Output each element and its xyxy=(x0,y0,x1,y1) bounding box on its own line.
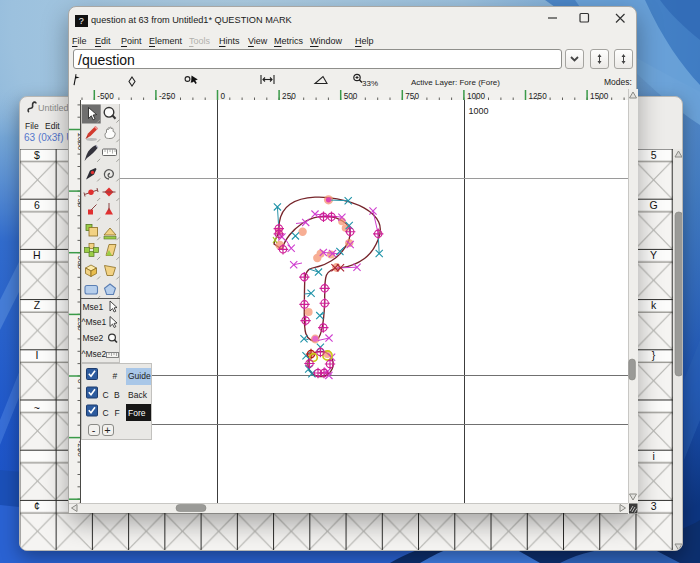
svg-text:$: $ xyxy=(34,149,40,161)
svg-text:I: I xyxy=(35,349,38,361)
svg-text:5: 5 xyxy=(651,149,657,161)
svg-text:6: 6 xyxy=(34,199,40,211)
svg-text:G: G xyxy=(650,199,658,211)
svg-text:}: } xyxy=(652,349,656,361)
svg-text:Y: Y xyxy=(650,249,657,261)
svg-text:k: k xyxy=(651,299,657,311)
svg-text:3: 3 xyxy=(651,500,657,512)
svg-text:Z: Z xyxy=(34,299,41,311)
svg-text:i: i xyxy=(652,450,654,462)
svg-text:~: ~ xyxy=(34,402,40,414)
svg-text:¢: ¢ xyxy=(34,500,40,512)
svg-text:1000: 1000 xyxy=(469,106,489,116)
svg-text:H: H xyxy=(33,249,41,261)
